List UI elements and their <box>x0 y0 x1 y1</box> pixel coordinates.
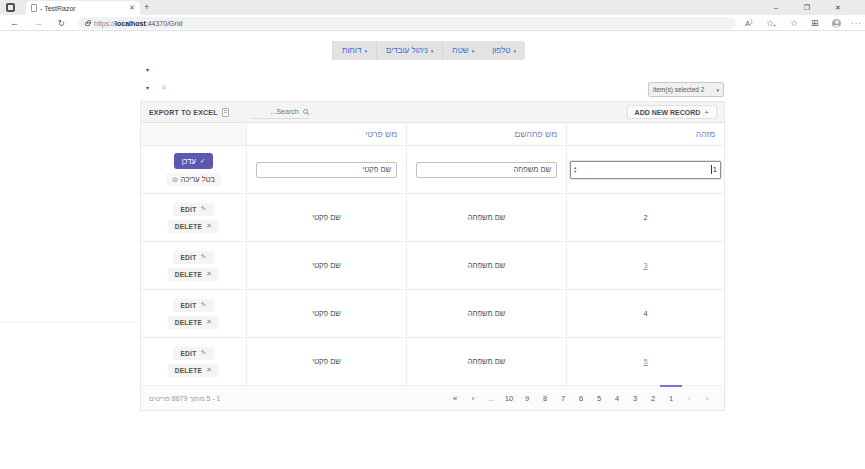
edit-cell-first-name <box>246 146 406 193</box>
cell-id: 5 <box>566 338 724 385</box>
delete-button[interactable]: DELETE✕ <box>168 364 220 377</box>
header-id[interactable]: מזהה <box>566 123 724 145</box>
edit-button[interactable]: EDIT✎ <box>173 251 213 264</box>
menu-item-label: ניהול עובדים <box>386 46 428 55</box>
update-button[interactable]: עדכן ✓ <box>174 153 214 169</box>
pager-info: 1 - 5 מתוך 8679 פריטים <box>149 395 221 402</box>
menu-item-employee-management[interactable]: ניהול עובדים ▾ <box>376 41 442 60</box>
x-icon: ✕ <box>206 366 212 374</box>
pager-first-icon[interactable]: » <box>698 394 716 403</box>
items-selected-label: item(s) selected 2 <box>653 86 704 93</box>
pager-page-5[interactable]: 5 <box>590 394 608 403</box>
header-family-name[interactable]: מש פחהשם <box>406 123 566 145</box>
read-aloud-icon[interactable]: A) <box>745 16 753 30</box>
pager-page-9[interactable]: 9 <box>518 394 536 403</box>
window-minimize-button[interactable]: – <box>762 0 790 15</box>
pager-ellipsis[interactable]: ... <box>482 394 500 403</box>
filter-dropdown-icon[interactable]: ▾ <box>146 66 149 73</box>
cell-id: 4 <box>566 290 724 337</box>
text-cursor <box>711 165 712 174</box>
pager-page-4[interactable]: 4 <box>608 394 626 403</box>
pager-page-current[interactable]: 1 <box>662 394 680 403</box>
export-to-excel-button[interactable]: EXPORT TO EXCEL <box>149 108 229 117</box>
cell-family-name: שם משפחה <box>406 290 566 337</box>
edit-button[interactable]: EDIT✎ <box>173 347 213 360</box>
clear-filter-icon[interactable]: ✕ <box>161 84 167 92</box>
url-text: https://localhost:44370/Grid <box>94 20 182 27</box>
x-icon: ✕ <box>206 270 212 278</box>
items-selected-dropdown[interactable]: item(s) selected 2 ▾ <box>648 82 724 97</box>
add-new-record-button[interactable]: ADD NEW RECORD + <box>627 105 717 119</box>
divider-line <box>0 322 140 323</box>
cell-first-name: שם פקטי <box>246 194 406 241</box>
cancel-edit-button[interactable]: ⊘ בטל עריכה <box>166 173 221 186</box>
search-input[interactable] <box>253 108 299 115</box>
delete-button[interactable]: DELETE✕ <box>168 316 220 329</box>
chevron-down-icon: ▾ <box>364 48 367 54</box>
delete-button[interactable]: DELETE✕ <box>168 268 220 281</box>
collections-icon[interactable]: ⊞ <box>811 16 819 30</box>
delete-button[interactable]: DELETE✕ <box>168 220 220 233</box>
pager-prev-icon[interactable]: › <box>680 394 698 403</box>
id-numeric-input[interactable]: ▴▾ 1 <box>570 161 721 179</box>
tab-title: - TestRazor <box>40 5 126 12</box>
pager-page-7[interactable]: 7 <box>554 394 572 403</box>
data-grid: EXPORT TO EXCEL ADD NEW RECORD + מש פרטי… <box>140 101 725 411</box>
settings-more-icon[interactable]: ··· <box>851 16 862 30</box>
tab-close-icon[interactable]: ✕ <box>129 4 135 12</box>
row-commands: EDIT✎ DELETE✕ <box>141 194 246 241</box>
favicon-document-icon <box>31 4 37 12</box>
menu-item-reports[interactable]: דוחות ▾ <box>332 41 376 60</box>
browser-tab[interactable]: - TestRazor ✕ <box>26 1 140 15</box>
grid-pager: 1 - 5 מתוך 8679 פריטים « ‹ ... 10 9 8 7 … <box>141 386 724 410</box>
pencil-icon: ✎ <box>200 205 206 213</box>
chevron-down-icon: ▾ <box>716 87 719 93</box>
family-name-input[interactable] <box>416 162 557 178</box>
cell-first-name: שם פקטי <box>246 290 406 337</box>
avatar-icon <box>832 19 841 28</box>
pager-page-6[interactable]: 6 <box>572 394 590 403</box>
edit-cell-id: ▴▾ 1 <box>566 146 724 193</box>
forward-icon[interactable]: → <box>34 16 43 30</box>
edit-cell-family-name <box>406 146 566 193</box>
menu-item-area[interactable]: שטח ▾ <box>442 41 483 60</box>
profile-avatar[interactable] <box>832 16 841 30</box>
add-favorite-icon[interactable]: ☆+ <box>766 16 776 30</box>
pager-page-10[interactable]: 10 <box>500 394 518 403</box>
cancel-icon: ⊘ <box>172 176 178 184</box>
header-commands <box>141 123 246 145</box>
export-label: EXPORT TO EXCEL <box>149 109 218 116</box>
id-link[interactable]: 3 <box>643 261 647 270</box>
back-icon[interactable]: ← <box>10 16 19 30</box>
refresh-icon[interactable]: ↻ <box>58 16 65 30</box>
pager-page-8[interactable]: 8 <box>536 394 554 403</box>
id-link[interactable]: 5 <box>643 357 647 366</box>
lock-icon <box>85 22 90 26</box>
pager-next-icon[interactable]: ‹ <box>464 394 482 403</box>
pager-page-3[interactable]: 3 <box>626 394 644 403</box>
filter-dropdown-icon[interactable]: ▾ <box>146 84 149 91</box>
pager-last-icon[interactable]: « <box>446 394 464 403</box>
new-tab-button[interactable]: + <box>144 2 149 12</box>
first-name-input[interactable] <box>256 162 397 178</box>
window-close-button[interactable]: ✕ <box>824 0 852 15</box>
tab-actions-icon[interactable] <box>6 3 15 12</box>
table-row: EDIT✎ DELETE✕ שם פקטי שם משפחה 5 <box>141 338 724 386</box>
url-protocol: https:// <box>94 20 115 27</box>
numeric-spinner[interactable]: ▴▾ <box>574 166 576 174</box>
browser-toolbar: ← → ↻ https://localhost:44370/Grid A) ☆+… <box>0 15 865 31</box>
cell-family-name: שם משפחה <box>406 194 566 241</box>
table-row: EDIT✎ DELETE✕ שם פקטי שם משפחה 4 <box>141 290 724 338</box>
row-commands: EDIT✎ DELETE✕ <box>141 338 246 385</box>
window-restore-button[interactable]: ❐ <box>793 0 821 15</box>
edit-button[interactable]: EDIT✎ <box>173 299 213 312</box>
menu-item-phone[interactable]: טלפון ▾ <box>483 41 525 60</box>
edit-button[interactable]: EDIT✎ <box>173 203 213 216</box>
favorites-icon[interactable]: ☆ <box>790 16 798 30</box>
pager-page-2[interactable]: 2 <box>644 394 662 403</box>
address-bar[interactable]: https://localhost:44370/Grid <box>78 17 736 29</box>
url-path: :44370/Grid <box>146 20 183 27</box>
excel-file-icon <box>222 108 229 117</box>
menu-item-label: שטח <box>452 46 468 55</box>
header-first-name[interactable]: מש פרטי <box>246 123 406 145</box>
